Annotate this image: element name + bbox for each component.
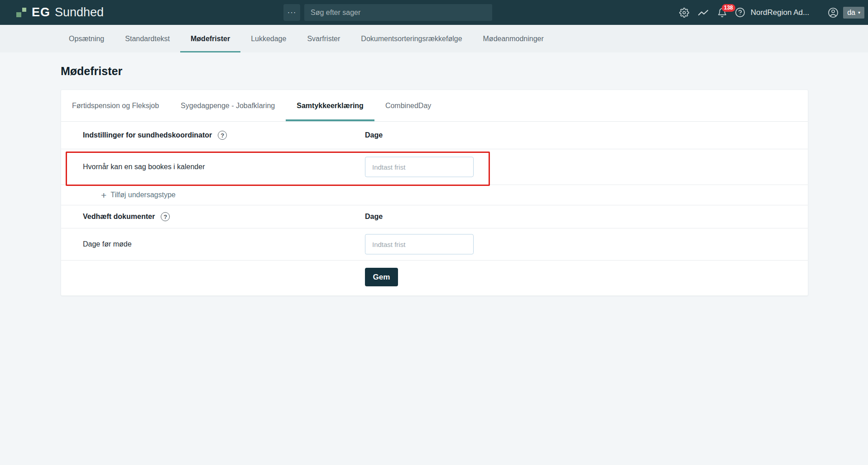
settings-card: Førtidspension og Fleksjob Sygedagpenge … [61, 90, 808, 296]
page-title: Mødefrister [61, 65, 808, 78]
form-row-dage-foer-moede: Dage før møde [61, 228, 808, 261]
plus-icon: + [101, 190, 106, 200]
section-title: Indstillinger for sundhedskoordinator [83, 131, 212, 139]
nav-tab-lukkedage[interactable]: Lukkedage [240, 25, 297, 52]
help-icon[interactable] [735, 7, 745, 18]
tab-foertidspension[interactable]: Førtidspension og Fleksjob [61, 90, 170, 121]
section-help-icon[interactable]: ? [218, 131, 227, 140]
nav-tab-moedeanmodninger[interactable]: Mødeanmodninger [473, 25, 554, 52]
app-logo: EG Sundhed [16, 5, 104, 19]
section-header-vedhaeft: Vedhæft dokumenter ? Dage [61, 205, 808, 228]
row-label: Dage før møde [83, 240, 132, 248]
booking-days-input[interactable] [365, 157, 474, 177]
section-help-icon[interactable]: ? [161, 212, 170, 221]
language-label: da [847, 9, 855, 17]
form-row-booking: Hvornår kan en sag bookes i kalender [61, 149, 808, 185]
tab-combinedday[interactable]: CombinedDay [374, 90, 442, 121]
chevron-down-icon: ▾ [858, 10, 860, 15]
add-subcase-link[interactable]: + Tilføj undersagstype [61, 185, 808, 205]
search-input[interactable] [304, 4, 492, 21]
app-header: EG Sundhed ··· 138 [0, 0, 868, 25]
tab-samtykkeerklaering[interactable]: Samtykkeerklæring [286, 90, 374, 121]
notification-count-badge: 138 [722, 4, 735, 12]
user-avatar-icon[interactable] [828, 7, 839, 18]
main-content: Mødefrister Førtidspension og Fleksjob S… [0, 65, 868, 296]
save-row: Gem [61, 261, 808, 295]
days-before-meeting-input[interactable] [365, 234, 474, 255]
more-options-button[interactable]: ··· [283, 4, 300, 21]
nav-tab-dokumentsortering[interactable]: Dokumentsorteringsrækkefølge [350, 25, 472, 52]
add-subcase-label: Tilføj undersagstype [110, 191, 175, 199]
logo-product-text: Sundhed [55, 5, 104, 19]
nav-tab-opsaetning[interactable]: Opsætning [58, 25, 115, 52]
notifications-bell-icon[interactable]: 138 [717, 8, 727, 18]
user-name[interactable]: NordRegion Ad... [751, 8, 809, 17]
logo-eg-text: EG [32, 5, 50, 19]
section-header-sundhedskoordinator: Indstillinger for sundhedskoordinator ? … [61, 122, 808, 149]
row-label: Hvornår kan en sag bookes i kalender [83, 163, 205, 171]
trend-icon[interactable] [698, 7, 709, 18]
eg-logo-icon [16, 7, 27, 18]
gear-icon[interactable] [679, 8, 689, 18]
days-column-header: Dage [365, 213, 383, 221]
nav-tab-svarfrister[interactable]: Svarfrister [297, 25, 350, 52]
case-type-tabs: Førtidspension og Fleksjob Sygedagpenge … [61, 90, 808, 122]
nav-tab-moedefrister[interactable]: Mødefrister [180, 25, 240, 52]
tab-sygedagpenge[interactable]: Sygedagpenge - Jobafklaring [170, 90, 286, 121]
nav-tab-standardtekst[interactable]: Standardtekst [115, 25, 180, 52]
days-column-header: Dage [365, 131, 383, 139]
save-button[interactable]: Gem [365, 268, 398, 286]
primary-nav: Opsætning Standardtekst Mødefrister Lukk… [0, 25, 868, 52]
section-title: Vedhæft dokumenter [83, 213, 155, 221]
language-dropdown[interactable]: da ▾ [843, 7, 864, 19]
